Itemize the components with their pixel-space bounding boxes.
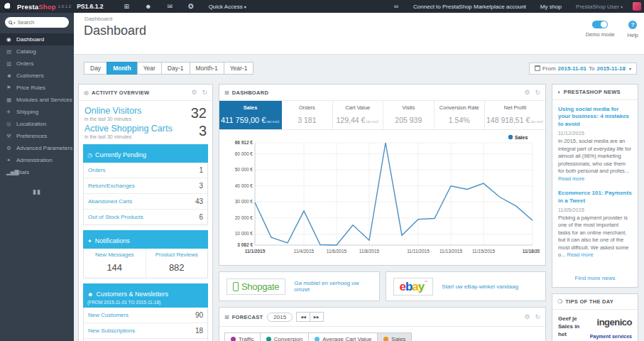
refresh-icon[interactable]: ↻ xyxy=(202,89,207,96)
kpi-tab-visits[interactable]: Visits205 939 xyxy=(383,101,434,129)
sidebar-collapse-button[interactable]: ▮▮ xyxy=(0,188,74,195)
forecast-year[interactable]: 2015 xyxy=(267,313,293,322)
sales-chart: 66 912 €60 000 €50 000 €40 000 €30 000 €… xyxy=(219,130,545,265)
kpi-tab-conversion-rate[interactable]: Conversion Rate1.54% xyxy=(435,101,485,129)
activity-columns: New Messages144Product Reviews882 xyxy=(83,249,208,278)
stats-icon: ▂▅▇ xyxy=(6,169,16,175)
next-year-button[interactable]: ▶▶ xyxy=(310,312,324,322)
gear-icon[interactable]: ⚙ xyxy=(191,89,197,96)
range-button-day-1[interactable]: Day-1 xyxy=(161,62,190,75)
range-button-month[interactable]: Month xyxy=(107,62,138,75)
sidebar-item-price-rules[interactable]: ⚑Price Rules xyxy=(0,82,74,94)
range-button-month-1[interactable]: Month-1 xyxy=(190,62,224,75)
modules-row: Shopgate Ga mobiel en verhoog uw omzet e… xyxy=(219,271,546,301)
sidebar-search[interactable]: ▾ xyxy=(5,17,69,28)
previous-year-button[interactable]: ◀◀ xyxy=(296,312,310,322)
news-panel-title: PRESTASHOP NEWS xyxy=(564,89,621,95)
y-axis-tick: 50 000 € xyxy=(235,167,253,172)
sidebar-item-catalog[interactable]: ▤Catalog xyxy=(0,45,74,58)
activity-column-label[interactable]: New Messages xyxy=(85,251,144,258)
news-article-title[interactable]: Using social media for your business: 4 … xyxy=(558,106,632,128)
sidebar-item-customers[interactable]: ☻Customers xyxy=(0,70,74,82)
sidebar-item-administration[interactable]: ✦Administration xyxy=(0,154,74,166)
find-more-news-link[interactable]: Find more news xyxy=(552,275,638,281)
activity-stat-label[interactable]: Active Shopping Carts xyxy=(84,124,199,134)
activity-row-label[interactable]: New Subscriptions xyxy=(88,328,195,334)
activity-row[interactable]: Out of Stock Products6 xyxy=(84,210,207,224)
sidebar-item-localization[interactable]: ◎Localization xyxy=(0,118,74,130)
read-more-link[interactable]: Read more xyxy=(558,175,584,182)
activity-row[interactable]: New Customers90 xyxy=(84,308,207,323)
sidebar-item-preferences[interactable]: ⚒Preferences xyxy=(0,130,74,142)
help-icon[interactable]: ? xyxy=(628,21,637,29)
search-input[interactable] xyxy=(18,19,60,26)
quick-access-menu[interactable]: Quick Access▾ xyxy=(209,4,246,10)
news-article-title[interactable]: Ecommerce 101: Payments in a Tweet xyxy=(558,190,632,205)
forecast-toggle-average-cart-value[interactable]: Average Cart Value xyxy=(308,332,378,341)
search-scope-caret-icon[interactable]: ▾ xyxy=(13,21,16,25)
activity-row-label[interactable]: New Customers xyxy=(88,312,195,318)
kpi-tab-orders[interactable]: Orders3 181 xyxy=(282,101,332,129)
activity-row[interactable]: Abandoned Carts43 xyxy=(84,194,207,210)
activity-column-cell[interactable]: New Messages144 xyxy=(84,249,146,278)
gear-icon[interactable]: ⚙ xyxy=(524,313,530,320)
sidebar-item-modules[interactable]: ▦Modules and Services xyxy=(0,94,74,106)
my-shop-link[interactable]: My shop xyxy=(540,4,562,10)
forecast-toggle-label: Average Cart Value xyxy=(322,336,371,341)
sidebar-item-orders[interactable]: ▥Orders xyxy=(0,58,74,70)
activity-stat-value: 32 xyxy=(191,106,207,120)
breadcrumb[interactable]: Dashboard xyxy=(74,13,644,22)
activity-stats: Online Visitorsin the last 30 minutes32A… xyxy=(79,101,212,139)
sidebar-item-advanced-parameters[interactable]: ⚙Advanced Parameters xyxy=(0,142,74,154)
customers-quick-icon[interactable]: ☻ xyxy=(145,3,151,10)
news-article-date: 11/12/2015 xyxy=(558,130,632,136)
activity-row-label[interactable]: Return/Exchanges xyxy=(88,183,199,189)
activity-row[interactable]: New Subscriptions18 xyxy=(84,323,207,339)
kpi-label: Orders xyxy=(283,104,330,111)
gear-icon[interactable]: ⚙ xyxy=(524,89,530,96)
kpi-tab-net-profit[interactable]: Net Profit148 918,51 € tax excl. xyxy=(485,101,545,129)
chevron-down-icon: ▾ xyxy=(629,66,631,71)
x-axis-tick: 11/8/2015 xyxy=(359,249,380,254)
read-more-link[interactable]: Read more xyxy=(567,251,594,258)
activity-column-value: 882 xyxy=(148,262,207,273)
date-range-picker[interactable]: From 2015-11-01 To 2015-11-18 ▾ xyxy=(529,63,637,75)
range-button-day[interactable]: Day xyxy=(84,62,107,75)
user-menu[interactable]: PrestaShop User▾ xyxy=(576,4,623,10)
sidebar-item-stats[interactable]: ▂▅▇Stats xyxy=(0,166,74,178)
forecast-toggle-label: Conversion xyxy=(274,336,302,341)
forecast-toggle-label: Traffic xyxy=(239,336,254,341)
messages-icon[interactable]: ✉ xyxy=(168,3,173,10)
search-icon xyxy=(9,21,12,24)
activity-stat-label[interactable]: Online Visitors xyxy=(84,106,191,116)
forecast-toggle-conversion[interactable]: Conversion xyxy=(260,332,309,341)
ebay-link[interactable]: Start uw eBay-winkel vandaag xyxy=(442,283,518,290)
activity-row[interactable]: Orders1 xyxy=(84,163,207,178)
sidebar-item-dashboard[interactable]: ◉Dashboard xyxy=(0,33,74,45)
date-to: 2015-11-18 xyxy=(597,65,626,72)
shopgate-link[interactable]: Ga mobiel en verhoog uw omzet xyxy=(294,280,371,293)
sidebar-item-label: Price Rules xyxy=(16,85,45,91)
activity-row-label[interactable]: Out of Stock Products xyxy=(88,214,199,220)
refresh-icon[interactable]: ↻ xyxy=(535,313,540,320)
demo-mode-toggle[interactable] xyxy=(592,21,608,28)
cart-icon[interactable]: ⊞ xyxy=(124,3,130,10)
activity-row-label[interactable]: Orders xyxy=(88,167,199,173)
activity-section-subtitle: (FROM 2015-11-01 TO 2015-11-18) xyxy=(87,300,204,305)
sidebar-item-shipping[interactable]: ✈Shipping xyxy=(0,106,74,118)
forecast-toggle-sales[interactable]: Sales xyxy=(377,332,412,341)
activity-column-cell[interactable]: Product Reviews882 xyxy=(146,249,208,278)
activity-row-label[interactable]: Abandoned Carts xyxy=(88,198,195,205)
activity-column-label[interactable]: Product Reviews xyxy=(148,251,207,258)
kpi-tab-sales[interactable]: Sales411 759,00 € tax excl. xyxy=(219,101,282,129)
activity-row[interactable]: Return/Exchanges3 xyxy=(84,178,207,194)
marketplace-link[interactable]: Connect to PrestaShop Marketplace accoun… xyxy=(413,4,526,10)
date-range-toolbar: DayMonthYearDay-1Month-1Year-1 From 2015… xyxy=(74,55,644,75)
range-button-year-1[interactable]: Year-1 xyxy=(224,62,254,75)
forecast-toggle-traffic[interactable]: Traffic xyxy=(224,332,261,341)
refresh-icon[interactable]: ↻ xyxy=(535,89,540,96)
trophy-icon[interactable]: ✪ xyxy=(188,3,194,10)
kpi-tab-cart-value[interactable]: Cart Value129,44 € tax excl. xyxy=(333,101,383,129)
range-button-year[interactable]: Year xyxy=(137,62,162,75)
user-avatar[interactable] xyxy=(633,2,641,11)
